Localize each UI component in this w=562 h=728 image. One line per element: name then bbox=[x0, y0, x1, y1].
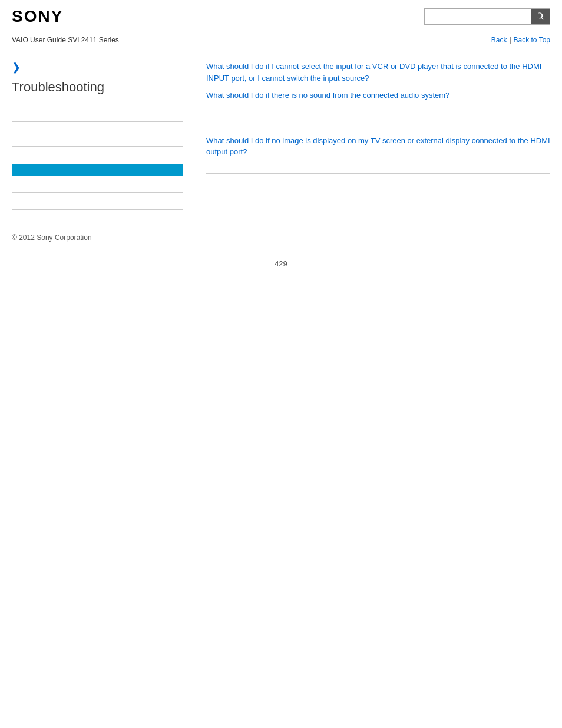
search-input[interactable] bbox=[425, 9, 531, 24]
content-section-2: What should I do if no image is displaye… bbox=[206, 135, 550, 174]
sony-logo: SONY bbox=[12, 7, 63, 26]
page-number: 429 bbox=[0, 253, 562, 286]
sub-header: VAIO User Guide SVL2411 Series Back | Ba… bbox=[0, 31, 562, 49]
content-area: What should I do if I cannot select the … bbox=[194, 61, 550, 210]
sidebar-item-3[interactable] bbox=[12, 134, 183, 147]
sidebar-item-4[interactable] bbox=[12, 147, 183, 159]
nav-links: Back | Back to Top bbox=[491, 36, 550, 44]
sidebar-item-highlighted[interactable] bbox=[12, 164, 183, 176]
copyright-text: © 2012 Sony Corporation bbox=[12, 233, 92, 242]
guide-title: VAIO User Guide SVL2411 Series bbox=[12, 36, 119, 44]
sidebar-item-1[interactable] bbox=[12, 110, 183, 122]
footer: © 2012 Sony Corporation bbox=[0, 222, 562, 253]
content-link-2[interactable]: What should I do if there is no sound fr… bbox=[206, 90, 550, 101]
sidebar-item-5[interactable] bbox=[12, 180, 183, 193]
sidebar-item-2[interactable] bbox=[12, 122, 183, 134]
search-container bbox=[424, 8, 550, 25]
content-link-3[interactable]: What should I do if no image is displaye… bbox=[206, 135, 550, 158]
back-to-top-link[interactable]: Back to Top bbox=[514, 36, 550, 44]
sidebar-bottom-item[interactable] bbox=[12, 197, 183, 210]
content-link-1[interactable]: What should I do if I cannot select the … bbox=[206, 61, 550, 84]
main-content: ❯ Troubleshooting What should I do if I … bbox=[0, 49, 562, 222]
content-section-1: What should I do if I cannot select the … bbox=[206, 61, 550, 117]
sidebar-chevron: ❯ bbox=[12, 61, 183, 74]
back-link[interactable]: Back bbox=[491, 36, 507, 44]
sidebar-title: Troubleshooting bbox=[12, 80, 183, 100]
nav-separator: | bbox=[509, 36, 511, 44]
search-button[interactable] bbox=[531, 9, 550, 24]
header: SONY bbox=[0, 0, 562, 31]
search-icon bbox=[535, 12, 545, 21]
sidebar: ❯ Troubleshooting bbox=[12, 61, 194, 210]
